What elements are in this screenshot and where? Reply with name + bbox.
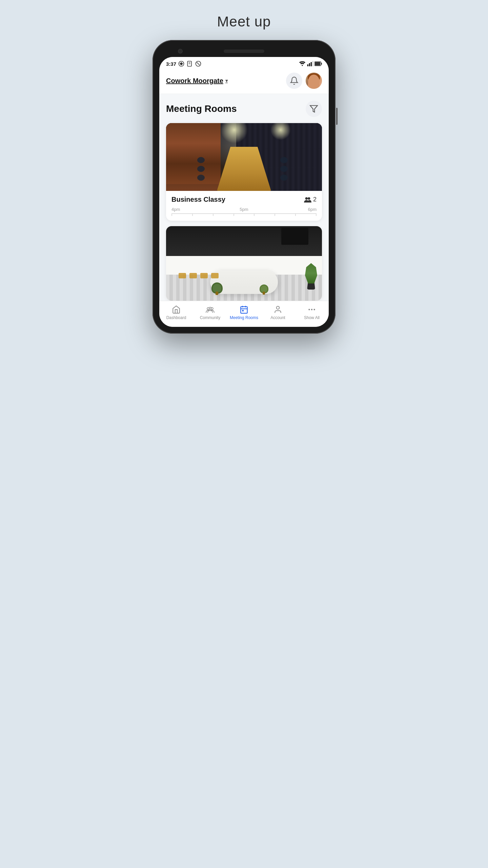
- room-name-row-1: Business Classy 2: [171, 196, 317, 203]
- community-icon: [206, 305, 215, 314]
- section-title: Meeting Rooms: [166, 103, 237, 114]
- signal-icon: [307, 60, 313, 67]
- nav-label-dashboard: Dashboard: [166, 315, 186, 320]
- time-label-4pm: 4pm: [171, 207, 180, 212]
- section-header: Meeting Rooms: [166, 101, 322, 117]
- svg-rect-24: [242, 310, 244, 311]
- svg-rect-13: [321, 63, 322, 65]
- tick-4: [233, 213, 254, 216]
- phone-screen: 3:37: [159, 57, 329, 327]
- account-icon: [273, 305, 282, 314]
- status-icon-1: [178, 60, 185, 67]
- status-left: 3:37: [166, 60, 202, 67]
- svg-point-6: [302, 65, 303, 66]
- bell-icon: [290, 76, 299, 85]
- location-selector[interactable]: Cowork Moorgate ▾: [166, 77, 228, 85]
- tv-screen: [281, 228, 308, 245]
- avatar-image: [306, 73, 322, 89]
- chairs-bottom: [179, 273, 219, 278]
- phone-camera: [178, 49, 183, 54]
- time-label-6pm: 6pm: [308, 207, 317, 212]
- phone-speaker: [224, 50, 264, 53]
- filter-button[interactable]: [306, 101, 322, 117]
- battery-icon: [314, 61, 322, 66]
- notification-button[interactable]: [286, 73, 302, 89]
- time-bar-1: 4pm 5pm 6pm: [171, 207, 317, 216]
- nav-item-community[interactable]: Community: [193, 305, 227, 320]
- avatar-face: [308, 75, 320, 89]
- svg-point-28: [313, 309, 315, 310]
- svg-point-26: [308, 309, 310, 310]
- svg-rect-9: [311, 62, 312, 66]
- svg-point-27: [311, 309, 312, 310]
- status-bar: 3:37: [159, 57, 329, 69]
- room-info-1: Business Classy 2 4pm: [166, 191, 322, 221]
- room-capacity-1: 2: [304, 196, 317, 203]
- wood-panels: [166, 123, 221, 191]
- svg-point-25: [277, 306, 280, 309]
- phone-side-button: [336, 108, 338, 125]
- tick-2: [192, 213, 213, 216]
- tick-7: [295, 213, 317, 216]
- svg-rect-20: [241, 307, 247, 313]
- phone-mockup: 3:37: [152, 40, 336, 334]
- main-content: Meeting Rooms: [159, 94, 329, 301]
- home-icon: [172, 305, 181, 314]
- svg-rect-12: [315, 62, 320, 65]
- status-time: 3:37: [166, 61, 176, 67]
- people-icon-1: [304, 197, 311, 203]
- room-image-1: [166, 123, 322, 191]
- status-right: [299, 60, 322, 67]
- room-card-1[interactable]: Business Classy 2 4pm: [166, 123, 322, 221]
- nav-item-account[interactable]: Account: [261, 305, 295, 320]
- plant-right: [261, 285, 267, 292]
- floor-plant: [304, 262, 318, 290]
- nav-label-account: Account: [270, 315, 285, 320]
- status-icon-3: [195, 60, 202, 67]
- tick-1: [171, 213, 192, 216]
- room-image-2: [166, 226, 322, 301]
- room-name-1: Business Classy: [171, 196, 225, 203]
- svg-line-5: [197, 62, 200, 65]
- time-labels-1: 4pm 5pm 6pm: [171, 207, 317, 212]
- wifi-icon: [299, 60, 306, 67]
- bottom-nav: Dashboard Community: [159, 301, 329, 327]
- time-label-5pm: 5pm: [240, 207, 248, 212]
- calendar-icon: [240, 305, 248, 314]
- chairs-right: [280, 157, 288, 181]
- nav-label-show-all: Show All: [304, 315, 320, 320]
- table-perspective: [217, 147, 271, 191]
- svg-point-16: [308, 197, 310, 199]
- tick-3: [213, 213, 233, 216]
- capacity-count-1: 2: [313, 196, 317, 203]
- avatar-button[interactable]: [306, 73, 322, 89]
- svg-rect-7: [307, 64, 308, 66]
- phone-top-bar: [159, 47, 329, 57]
- svg-rect-10: [312, 61, 313, 66]
- nav-item-meeting-rooms[interactable]: Meeting Rooms: [227, 305, 261, 320]
- svg-marker-14: [310, 105, 318, 112]
- app-header: Cowork Moorgate ▾: [159, 69, 329, 94]
- app-title-container: Meet up: [217, 14, 271, 40]
- nav-item-dashboard[interactable]: Dashboard: [159, 305, 193, 320]
- plant-left: [213, 284, 221, 292]
- nav-label-meeting-rooms: Meeting Rooms: [230, 315, 258, 320]
- location-name: Cowork Moorgate: [166, 77, 223, 85]
- header-actions: [286, 73, 322, 89]
- tick-6: [274, 213, 295, 216]
- chairs-left: [197, 157, 205, 181]
- tick-5: [254, 213, 274, 216]
- nav-item-show-all[interactable]: Show All: [295, 305, 329, 320]
- app-title: Meet up: [217, 14, 271, 30]
- more-icon: [307, 305, 316, 314]
- filter-icon: [309, 104, 318, 113]
- time-ticks-1: [171, 213, 317, 216]
- svg-rect-8: [309, 63, 310, 66]
- chevron-down-icon: ▾: [225, 78, 228, 83]
- status-icon-2: [186, 60, 193, 67]
- nav-label-community: Community: [200, 315, 221, 320]
- svg-point-15: [305, 197, 308, 199]
- room-card-2[interactable]: [166, 226, 322, 301]
